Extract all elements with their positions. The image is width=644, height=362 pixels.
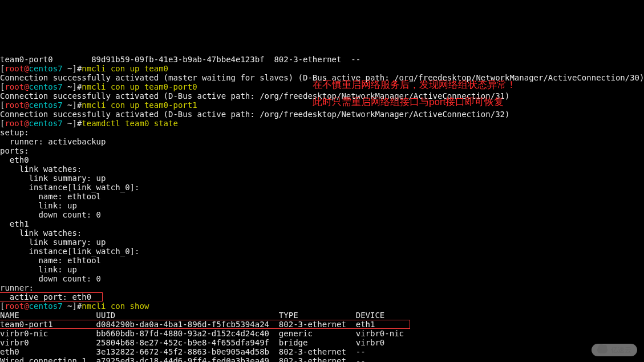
cloud-icon xyxy=(597,347,607,353)
prompt-path: ~ xyxy=(63,64,72,73)
prompt-path: ~ xyxy=(63,119,72,128)
prompt-path: ~ xyxy=(63,100,72,110)
prompt-rbracket: ]# xyxy=(72,119,82,128)
output-activated-32: Connection successfully activated (D-Bus… xyxy=(0,110,509,119)
prompt-rbracket: ]# xyxy=(72,64,82,73)
prompt-user: root xyxy=(5,100,24,110)
teamdctl-line: instance[link_watch_0]: xyxy=(0,247,139,256)
command-nmcli-up-port1: nmcli con up team0-port1 xyxy=(82,100,197,110)
command-nmcli-up-port0: nmcli con up team0-port0 xyxy=(82,82,197,91)
prompt-at: @ xyxy=(24,301,29,311)
prompt-host: centos7 xyxy=(29,119,63,128)
annotation-part-c: 接口即可恢复 xyxy=(445,96,504,107)
annotation-text-1: 在不慎重启网络服务后，发现网络组状态异常！ xyxy=(313,77,609,94)
teamdctl-line: link watches: xyxy=(0,228,82,238)
annotation-part-a: 此时只需重启网络组接口与 xyxy=(313,96,429,107)
con-row-wired: Wired connection 1 a7925ed3-dc18-44d6-9f… xyxy=(0,356,408,362)
command-nmcli-up-team0: nmcli con up team0 xyxy=(82,64,168,73)
prompt-user: root xyxy=(5,64,24,73)
con-row-team0-port1: team0-port1 d084290b-da0a-4ba1-896d-f5fc… xyxy=(0,320,410,329)
prompt-path: ~ xyxy=(63,301,72,311)
con-row-eth0: eth0 3e132822-6672-45f2-8863-b0e905a4d58… xyxy=(0,347,408,356)
teamdctl-line: runner: xyxy=(0,283,34,292)
con-row-virbr0-nic: virbr0-nic bb660bdb-87fd-4880-93a2-d152c… xyxy=(0,329,408,338)
teamdctl-line: eth0 xyxy=(0,155,29,164)
teamdctl-line: down count: 0 xyxy=(0,210,101,219)
prompt-host: centos7 xyxy=(29,64,63,73)
teamdctl-line: instance[link_watch_0]: xyxy=(0,183,139,192)
teamdctl-line: ports: xyxy=(0,146,29,155)
prompt-rbracket: ]# xyxy=(72,100,82,110)
teamdctl-line: name: ethtool xyxy=(0,256,101,265)
teamdctl-line: setup: xyxy=(0,128,29,137)
con-row-virbr0: virbr0 25804b68-8e27-452c-b9e8-4f655dfa9… xyxy=(0,338,408,347)
prompt-rbracket: ]# xyxy=(72,301,82,311)
command-nmcli-con-show: nmcli con show xyxy=(82,301,149,311)
prompt-rbracket: ]# xyxy=(72,82,82,91)
con-show-header: NAME UUID TYPE DEVICE xyxy=(0,311,408,320)
annotation-text-2: 此时只需重启网络组接口与port接口即可恢复 xyxy=(313,94,609,111)
teamdctl-line: down count: 0 xyxy=(0,274,101,283)
prompt-user: root xyxy=(5,119,24,128)
teamdctl-line: link: up xyxy=(0,265,77,274)
teamdctl-line: link watches: xyxy=(0,164,82,174)
watermark-label: 亿速云 xyxy=(611,345,631,355)
prompt-at: @ xyxy=(24,82,29,91)
table-row: team0-port0 89d91b59-09fb-41e3-b9ab-47bb… xyxy=(0,55,361,64)
teamdctl-line: link: up xyxy=(0,201,77,210)
teamdctl-line: name: ethtool xyxy=(0,192,101,201)
prompt-at: @ xyxy=(24,100,29,110)
teamdctl-line: runner: activebackup xyxy=(0,137,106,146)
command-teamdctl: teamdctl team0 state xyxy=(82,119,178,128)
prompt-at: @ xyxy=(24,119,29,128)
prompt-host: centos7 xyxy=(29,82,63,91)
annotation-part-b: port xyxy=(429,96,445,107)
teamdctl-line: link summary: up xyxy=(0,238,106,247)
prompt-path: ~ xyxy=(63,82,72,91)
teamdctl-line: eth1 xyxy=(0,219,29,228)
active-port-highlight: active port: eth0 xyxy=(0,292,103,301)
prompt-user: root xyxy=(5,301,24,311)
prompt-at: @ xyxy=(24,64,29,73)
watermark-badge: 亿速云 xyxy=(592,344,637,356)
prompt-user: root xyxy=(5,82,24,91)
teamdctl-line: link summary: up xyxy=(0,174,106,183)
prompt-host: centos7 xyxy=(29,100,63,110)
prompt-host: centos7 xyxy=(29,301,63,311)
